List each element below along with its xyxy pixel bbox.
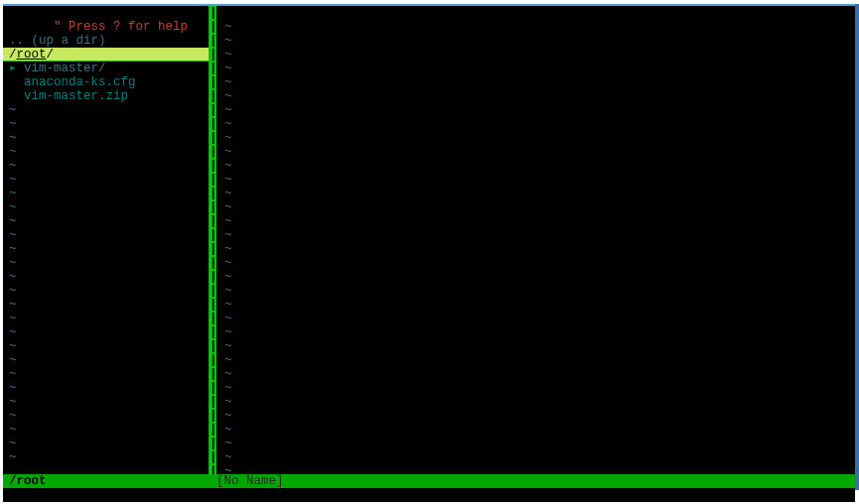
- up-dir[interactable]: .. (up a dir): [3, 34, 209, 48]
- empty-line: ~: [218, 325, 855, 339]
- split-char: |: [210, 117, 215, 131]
- empty-line: ~: [218, 117, 855, 131]
- vertical-split[interactable]: | | | | | | | | | | | | | | | | | | | | …: [209, 6, 216, 474]
- split-char: |: [210, 409, 215, 423]
- empty-line: ~: [218, 437, 855, 450]
- empty-line: ~: [3, 339, 209, 353]
- empty-line: ~: [218, 200, 855, 214]
- empty-line: ~: [3, 159, 209, 173]
- editor-pane[interactable]: ~ ~ ~ ~ ~ ~ ~ ~ ~ ~ ~ ~ ~ ~ ~ ~ ~ ~ ~ ~ …: [216, 6, 855, 474]
- split-char: |: [210, 159, 215, 173]
- current-dir[interactable]: /root/: [3, 48, 209, 62]
- split-char: |: [210, 395, 215, 409]
- status-line: /root [No Name]: [3, 474, 855, 488]
- split-char: |: [210, 131, 215, 145]
- empty-line: ~: [218, 89, 855, 103]
- empty-line: ~: [3, 312, 209, 325]
- status-right: [No Name]: [216, 474, 284, 488]
- split-char: |: [210, 353, 215, 367]
- split-char: |: [210, 423, 215, 437]
- empty-line: ~: [218, 228, 855, 242]
- split-char: |: [210, 187, 215, 200]
- split-char: |: [210, 34, 215, 48]
- split-char: |: [210, 48, 215, 62]
- empty-line: ~: [218, 381, 855, 395]
- empty-line: ~: [3, 367, 209, 381]
- empty-line: ~: [3, 103, 209, 117]
- empty-line: ~: [3, 409, 209, 423]
- help-text: Press ? for help: [62, 20, 189, 34]
- empty-line: ~: [218, 395, 855, 409]
- split-char: |: [210, 214, 215, 228]
- scrollbar[interactable]: [855, 4, 859, 490]
- split-char: |: [210, 173, 215, 187]
- empty-line: ~: [3, 173, 209, 187]
- empty-line: ~: [218, 423, 855, 437]
- split-char: |: [210, 62, 215, 75]
- empty-line: ~: [218, 145, 855, 159]
- cwd-slash-end: /: [47, 48, 55, 62]
- split-char: |: [210, 367, 215, 381]
- empty-line: ~: [3, 187, 209, 200]
- empty-line: ~: [3, 200, 209, 214]
- split-char: |: [210, 450, 215, 464]
- empty-line: ~: [218, 450, 855, 464]
- help-line: " Press ? for help: [3, 6, 209, 20]
- empty-line: ~: [3, 214, 209, 228]
- vim-content: " Press ? for help .. (up a dir) /root/ …: [3, 6, 855, 474]
- empty-line: ~: [3, 450, 209, 464]
- split-char: |: [210, 437, 215, 450]
- empty-line: ~: [3, 242, 209, 256]
- empty-line: ~: [3, 381, 209, 395]
- collapsed-icon: ▸: [9, 62, 17, 75]
- empty-line: ~: [3, 298, 209, 312]
- status-left: /root: [3, 474, 216, 488]
- empty-line: ~: [218, 34, 855, 48]
- file-browser-pane[interactable]: " Press ? for help .. (up a dir) /root/ …: [3, 6, 209, 474]
- empty-line: ~: [218, 187, 855, 200]
- split-char: |: [210, 20, 215, 34]
- empty-line: ~: [218, 312, 855, 325]
- split-char: |: [210, 89, 215, 103]
- buffer-line: [218, 6, 855, 20]
- split-char: |: [210, 381, 215, 395]
- tree-dir-label: vim-master/: [24, 62, 106, 75]
- empty-line: ~: [218, 20, 855, 34]
- cwd-name: root: [17, 48, 47, 62]
- split-char: |: [210, 200, 215, 214]
- empty-line: ~: [218, 256, 855, 270]
- empty-line: ~: [218, 62, 855, 75]
- help-quote: ": [54, 20, 62, 34]
- empty-line: ~: [3, 423, 209, 437]
- split-char: |: [210, 298, 215, 312]
- empty-line: ~: [218, 75, 855, 89]
- empty-line: ~: [218, 298, 855, 312]
- split-char: |: [210, 256, 215, 270]
- split-char: |: [210, 325, 215, 339]
- empty-line: ~: [3, 131, 209, 145]
- split-char: |: [210, 242, 215, 256]
- empty-line: ~: [218, 159, 855, 173]
- empty-line: ~: [218, 353, 855, 367]
- split-char: |: [210, 145, 215, 159]
- command-line[interactable]: [3, 488, 855, 502]
- empty-line: ~: [3, 145, 209, 159]
- empty-line: ~: [3, 353, 209, 367]
- empty-line: ~: [218, 284, 855, 298]
- tree-item-dir[interactable]: ▸ vim-master/: [3, 62, 209, 75]
- empty-line: ~: [3, 395, 209, 409]
- tree-file-label: anaconda-ks.cfg: [24, 75, 136, 89]
- split-char: |: [210, 6, 215, 20]
- empty-line: ~: [3, 284, 209, 298]
- split-char: |: [210, 75, 215, 89]
- empty-line: ~: [218, 131, 855, 145]
- empty-line: ~: [218, 339, 855, 353]
- tree-item-file[interactable]: anaconda-ks.cfg: [3, 75, 209, 89]
- split-char: |: [210, 284, 215, 298]
- empty-line: ~: [3, 325, 209, 339]
- split-char: |: [210, 228, 215, 242]
- empty-line: ~: [3, 117, 209, 131]
- tree-item-file[interactable]: vim-master.zip: [3, 89, 209, 103]
- empty-line: ~: [218, 173, 855, 187]
- empty-line: ~: [218, 367, 855, 381]
